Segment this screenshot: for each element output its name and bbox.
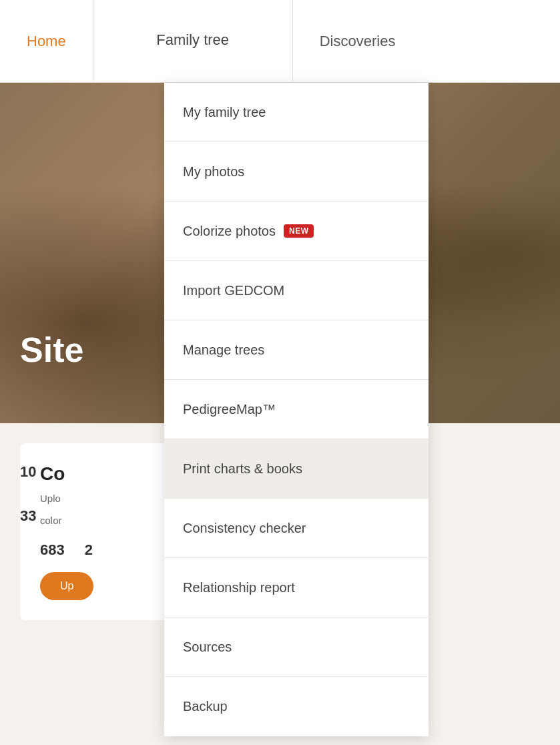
dropdown-label-backup: Backup [183, 699, 228, 714]
dropdown-label-consistency-checker: Consistency checker [183, 521, 306, 536]
dropdown-label-my-family-tree: My family tree [183, 105, 266, 120]
dropdown-label-sources: Sources [183, 640, 232, 655]
nav-discoveries[interactable]: Discoveries [293, 0, 423, 82]
hero-site-text: Site [20, 330, 83, 370]
stat-683: 683 [40, 541, 65, 559]
stat-2-value: 2 [85, 541, 93, 559]
stat-33: 33 [20, 507, 36, 525]
dropdown-label-colorize-photos: Colorize photos [183, 224, 276, 239]
dropdown-label-my-photos: My photos [183, 164, 244, 180]
nav-family-tree[interactable]: Family tree [93, 0, 293, 82]
dropdown-item-print-charts-books[interactable]: Print charts & books [164, 439, 429, 499]
dropdown-menu: My family tree My photos Colorize photos… [164, 83, 429, 736]
dropdown-item-sources[interactable]: Sources [164, 617, 429, 677]
dropdown-item-my-family-tree[interactable]: My family tree [164, 83, 429, 142]
dropdown-label-print-charts-books: Print charts & books [183, 461, 302, 477]
nav-home[interactable]: Home [0, 0, 93, 82]
dropdown-label-relationship-report: Relationship report [183, 580, 295, 595]
nav-discoveries-label: Discoveries [320, 33, 396, 50]
stat-683-value: 683 [40, 541, 65, 559]
dropdown-label-import-gedcom: Import GEDCOM [183, 283, 284, 298]
nav-family-tree-label: Family tree [156, 31, 229, 49]
dropdown-item-manage-trees[interactable]: Manage trees [164, 320, 429, 380]
nav-home-label: Home [27, 33, 66, 50]
left-stats: 10 33 [20, 463, 36, 525]
dropdown-label-manage-trees: Manage trees [183, 342, 264, 358]
nav-bar: Home Family tree Discoveries [0, 0, 560, 83]
dropdown-item-relationship-report[interactable]: Relationship report [164, 558, 429, 617]
new-badge: NEW [284, 224, 314, 238]
dropdown-item-backup[interactable]: Backup [164, 677, 429, 736]
dropdown-label-pedigree-map: PedigreeMap™ [183, 402, 276, 417]
dropdown-item-my-photos[interactable]: My photos [164, 142, 429, 202]
dropdown-item-colorize-photos[interactable]: Colorize photos NEW [164, 202, 429, 261]
dropdown-item-pedigree-map[interactable]: PedigreeMap™ [164, 380, 429, 439]
stat-10: 10 [20, 463, 36, 481]
stat-2: 2 [85, 541, 93, 559]
upload-button[interactable]: Up [40, 572, 93, 600]
upload-button-label: Up [60, 580, 73, 591]
dropdown-item-import-gedcom[interactable]: Import GEDCOM [164, 261, 429, 320]
dropdown-item-consistency-checker[interactable]: Consistency checker [164, 499, 429, 558]
